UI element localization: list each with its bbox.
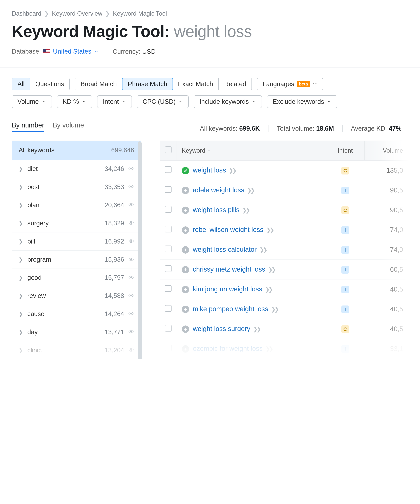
filter-include-keywords-dropdown[interactable]: Include keywords ﹀ — [194, 95, 262, 108]
plus-circle-icon[interactable]: + — [182, 246, 189, 254]
volume-value: 40,5 — [365, 279, 408, 299]
sidebar-item-best[interactable]: ❯best33,353👁 — [12, 178, 141, 196]
chevrons-right-icon[interactable]: ❯❯ — [265, 346, 272, 352]
sidebar-item-good[interactable]: ❯good15,797👁 — [12, 269, 141, 287]
chevrons-right-icon[interactable]: ❯❯ — [259, 246, 266, 253]
chevrons-right-icon[interactable]: ❯❯ — [266, 227, 273, 233]
sidebar-item-clinic[interactable]: ❯clinic13,204👁 — [12, 341, 141, 359]
tab-by-number[interactable]: By number — [12, 121, 44, 132]
filter-all[interactable]: All — [12, 78, 30, 90]
intent-header[interactable]: Intent — [326, 141, 365, 161]
sidebar-item-label: pill — [27, 238, 91, 245]
eye-icon[interactable]: 👁 — [128, 256, 134, 263]
dropdown-label: CPC (USD) — [143, 98, 176, 105]
scrollbar[interactable] — [138, 141, 142, 360]
plus-circle-icon[interactable]: + — [182, 325, 189, 333]
filter-exact-match[interactable]: Exact Match — [172, 78, 219, 90]
sidebar-item-program[interactable]: ❯program15,936👁 — [12, 250, 141, 269]
sidebar-item-pill[interactable]: ❯pill16,992👁 — [12, 232, 141, 250]
chevrons-right-icon[interactable]: ❯❯ — [253, 326, 260, 332]
breadcrumb-tool[interactable]: Keyword Magic Tool — [113, 10, 167, 17]
checkbox[interactable] — [165, 305, 171, 312]
plus-circle-icon[interactable]: + — [182, 207, 189, 214]
checkbox[interactable] — [165, 206, 171, 213]
keyword-link[interactable]: weight loss calculator — [193, 246, 257, 253]
sidebar-item-plan[interactable]: ❯plan20,664👁 — [12, 196, 141, 214]
filter-kd--dropdown[interactable]: KD % ﹀ — [57, 95, 92, 108]
plus-circle-icon[interactable]: + — [182, 187, 189, 194]
checkbox-icon[interactable] — [165, 146, 171, 153]
sidebar-item-label: plan — [27, 202, 91, 209]
tab-by-volume[interactable]: By volume — [53, 121, 84, 132]
intent-badge: C — [341, 206, 349, 214]
keyword-link[interactable]: rebel wilson weight loss — [193, 226, 263, 233]
filter-intent-dropdown[interactable]: Intent ﹀ — [97, 95, 132, 108]
keyword-link[interactable]: weight loss pills — [193, 206, 240, 213]
sidebar-all-keywords[interactable]: All keywords 699,646 — [12, 141, 141, 160]
chevron-down-icon: ﹀ — [251, 99, 256, 105]
eye-icon[interactable]: 👁 — [128, 220, 134, 227]
chevrons-right-icon[interactable]: ❯❯ — [247, 187, 254, 193]
eye-icon[interactable]: 👁 — [128, 202, 134, 208]
keyword-link[interactable]: mike pompeo weight loss — [193, 305, 268, 312]
filter-exclude-keywords-dropdown[interactable]: Exclude keywords ﹀ — [267, 95, 337, 108]
chevrons-right-icon[interactable]: ❯❯ — [271, 306, 278, 312]
title-term: weight loss — [174, 22, 252, 40]
eye-icon[interactable]: 👁 — [128, 293, 134, 299]
table-row: +ozempic for weight loss❯❯I33,1 — [160, 339, 408, 359]
filter-phrase-match[interactable]: Phrase Match — [122, 78, 173, 90]
keyword-link[interactable]: weight loss — [193, 166, 226, 174]
breadcrumb-dashboard[interactable]: Dashboard — [12, 10, 41, 17]
checkbox[interactable] — [165, 226, 171, 232]
plus-circle-icon[interactable]: + — [182, 226, 189, 234]
keyword-link[interactable]: kim jong un weight loss — [193, 285, 262, 293]
keyword-link[interactable]: weight loss surgery — [193, 325, 250, 332]
plus-circle-icon[interactable]: + — [182, 266, 189, 273]
sidebar-item-review[interactable]: ❯review14,588👁 — [12, 287, 141, 305]
eye-icon[interactable]: 👁 — [128, 184, 134, 190]
chevrons-right-icon[interactable]: ❯❯ — [268, 266, 275, 273]
intent-badge: I — [341, 286, 349, 293]
plus-circle-icon[interactable]: + — [182, 345, 189, 353]
database-selector[interactable]: Database: United States ﹀ — [12, 48, 99, 55]
database-value: United States — [53, 48, 91, 55]
filter-questions[interactable]: Questions — [30, 78, 69, 90]
checkbox[interactable] — [165, 246, 171, 252]
chevron-right-icon: ❯ — [19, 311, 23, 317]
checkbox[interactable] — [165, 186, 171, 193]
keyword-link[interactable]: adele weight loss — [193, 186, 244, 194]
keyword-link[interactable]: chrissy metz weight loss — [193, 265, 265, 273]
stat-all-keywords: All keywords: 699.6K — [200, 125, 268, 132]
checkbox[interactable] — [165, 325, 171, 331]
eye-icon[interactable]: 👁 — [128, 238, 134, 245]
sidebar-item-day[interactable]: ❯day13,771👁 — [12, 323, 141, 341]
checkbox[interactable] — [165, 285, 171, 292]
eye-icon[interactable]: 👁 — [128, 329, 134, 335]
checkbox[interactable] — [165, 345, 171, 351]
sidebar-item-count: 33,353 — [96, 183, 124, 191]
select-all-header[interactable] — [160, 141, 177, 161]
volume-header[interactable]: Volume — [365, 141, 408, 161]
plus-circle-icon[interactable]: + — [182, 306, 189, 313]
breadcrumb-overview[interactable]: Keyword Overview — [52, 10, 102, 17]
filter-cpc-usd--dropdown[interactable]: CPC (USD) ﹀ — [137, 95, 189, 108]
eye-icon[interactable]: 👁 — [128, 166, 134, 172]
chevrons-right-icon[interactable]: ❯❯ — [242, 207, 249, 213]
keyword-link[interactable]: ozempic for weight loss — [193, 345, 263, 352]
filter-related[interactable]: Related — [219, 78, 251, 90]
filter-broad-match[interactable]: Broad Match — [75, 78, 122, 90]
filter-volume-dropdown[interactable]: Volume ﹀ — [12, 95, 52, 108]
keyword-header[interactable]: Keyword≡ — [177, 141, 326, 161]
checkbox[interactable] — [165, 265, 171, 272]
sidebar-item-diet[interactable]: ❯diet34,246👁 — [12, 160, 141, 178]
sidebar-item-surgery[interactable]: ❯surgery18,329👁 — [12, 214, 141, 232]
chevrons-right-icon[interactable]: ❯❯ — [265, 286, 272, 293]
sidebar-item-cause[interactable]: ❯cause14,264👁 — [12, 305, 141, 323]
eye-icon[interactable]: 👁 — [128, 274, 134, 281]
eye-icon[interactable]: 👁 — [128, 311, 134, 317]
eye-icon[interactable]: 👁 — [128, 347, 134, 354]
languages-button[interactable]: Languages beta ﹀ — [257, 78, 323, 90]
chevrons-right-icon[interactable]: ❯❯ — [229, 167, 235, 174]
checkbox[interactable] — [165, 166, 171, 173]
plus-circle-icon[interactable]: + — [182, 286, 189, 293]
